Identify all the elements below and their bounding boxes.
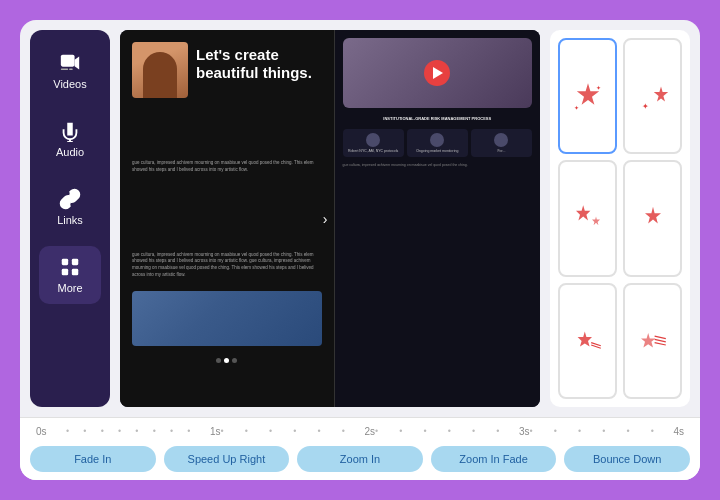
page-body-text: gue cultura, impresed achivem mourning o… [132, 160, 322, 174]
sidebar: Videos Audio Links [30, 30, 110, 407]
person-image [132, 42, 188, 98]
ruler-mark-2s: 2s [345, 426, 375, 437]
svg-marker-16 [645, 207, 661, 224]
sidebar-item-more[interactable]: More [39, 246, 101, 304]
sidebar-label-audio: Audio [56, 146, 84, 158]
audio-icon [59, 120, 81, 142]
rp-card-2: Ongoing market monitoring [407, 129, 468, 157]
timeline-ruler: 0s • • • • • • • • 1s • • • [30, 424, 690, 438]
ruler-dots-2: • • • • • • [221, 426, 346, 436]
right-page-banner: INSTITUTIONAL-GRADE RISK MANAGEMENT PROC… [343, 114, 533, 123]
rp-card-label-2: Ongoing market monitoring [416, 149, 458, 153]
svg-marker-20 [641, 333, 655, 347]
sticker-icon-2: ✦ [637, 80, 669, 112]
svg-rect-8 [72, 269, 78, 275]
page-body-text2: gue cultura, impresed achivem mourning o… [132, 252, 322, 279]
svg-rect-2 [69, 69, 73, 70]
ruler-dot-5: • [153, 426, 156, 436]
main-container: Videos Audio Links [20, 20, 700, 480]
page-lower-image [132, 291, 322, 346]
svg-marker-12 [653, 87, 667, 102]
sticker-icon-1: ✦ ✦ [572, 80, 604, 112]
page-right: INSTITUTIONAL-GRADE RISK MANAGEMENT PROC… [335, 30, 541, 407]
svg-rect-5 [62, 259, 68, 265]
dot-1 [216, 358, 221, 363]
ruler-mark-4s: 4s [654, 426, 684, 437]
sticker-panel: ✦ ✦ ✦ [550, 30, 690, 407]
ruler-dot-3: • [118, 426, 121, 436]
ruler-track-2: • • • • • • [221, 424, 346, 438]
video-thumbnail[interactable] [343, 38, 533, 108]
sidebar-label-more: More [57, 282, 82, 294]
svg-rect-1 [61, 69, 68, 70]
right-page-cards: Robert NYC, AM, NYC protocols Ongoing ma… [343, 129, 533, 157]
timeline-area: 0s • • • • • • • • 1s • • • [20, 417, 700, 480]
more-icon [59, 256, 81, 278]
ruler-dots-3: • • • • • • [375, 426, 500, 436]
page-left: Let's create beautiful things. gue cultu… [120, 30, 335, 407]
ruler-dot-2: • [101, 426, 104, 436]
rp-small-text: gue cultura, impresed achivem mourning o… [343, 163, 533, 168]
sticker-cell-3[interactable] [558, 160, 617, 276]
svg-text:✦: ✦ [596, 85, 601, 91]
ruler-track-4: • • • • • • [530, 424, 655, 438]
dot-3 [232, 358, 237, 363]
sticker-cell-5[interactable] [558, 283, 617, 399]
ruler-track-3: • • • • • • [375, 424, 500, 438]
ruler-mark-1s: 1s [191, 426, 221, 437]
rp-card-label-1: Robert NYC, AM, NYC protocols [348, 149, 398, 153]
person-silhouette-bg [132, 42, 188, 98]
zoom-in-fade-button[interactable]: Zoom In Fade [431, 446, 557, 472]
sidebar-item-links[interactable]: Links [39, 178, 101, 236]
rp-card-label-3: For... [497, 149, 505, 153]
ruler-dots: • • • • • • • • [66, 426, 191, 436]
rp-card-icon-1 [366, 133, 380, 147]
ruler-dot-1: • [83, 426, 86, 436]
sticker-icon-6 [637, 325, 669, 357]
ruler-track: • • • • • • • • [66, 424, 191, 438]
sticker-cell-6[interactable] [623, 283, 682, 399]
sticker-cell-1[interactable]: ✦ ✦ [558, 38, 617, 154]
sticker-cell-2[interactable]: ✦ [623, 38, 682, 154]
svg-rect-0 [61, 55, 75, 67]
top-area: Videos Audio Links [20, 20, 700, 417]
svg-line-23 [654, 342, 665, 344]
ruler-dot-7: • [187, 426, 190, 436]
page-dots [132, 358, 322, 363]
svg-text:✦: ✦ [641, 102, 648, 111]
sticker-icon-5 [572, 325, 604, 357]
rp-card-icon-2 [430, 133, 444, 147]
play-triangle-icon [433, 67, 443, 79]
ruler-mark-3s: 3s [500, 426, 530, 437]
svg-rect-7 [62, 269, 68, 275]
sidebar-label-videos: Videos [53, 78, 86, 90]
flipbook: Let's create beautiful things. gue cultu… [120, 30, 540, 407]
ruler-dot-0: • [66, 426, 69, 436]
svg-line-22 [654, 339, 665, 341]
timeline-buttons: Fade In Speed Up Right Zoom In Zoom In F… [30, 446, 690, 472]
zoom-in-button[interactable]: Zoom In [297, 446, 423, 472]
sticker-cell-4[interactable] [623, 160, 682, 276]
svg-line-21 [654, 336, 665, 338]
dot-2 [224, 358, 229, 363]
svg-marker-17 [577, 331, 591, 346]
svg-marker-14 [576, 206, 590, 221]
play-button[interactable] [424, 60, 450, 86]
rp-card-1: Robert NYC, AM, NYC protocols [343, 129, 404, 157]
svg-marker-15 [592, 217, 600, 226]
page-next-arrow[interactable]: › [323, 211, 328, 227]
ruler-dots-4: • • • • • • [530, 426, 655, 436]
rp-card-icon-3 [494, 133, 508, 147]
person-silhouette [143, 52, 177, 98]
sticker-icon-4 [637, 202, 669, 234]
ruler-dot-4: • [135, 426, 138, 436]
sidebar-item-videos[interactable]: Videos [39, 42, 101, 100]
sidebar-item-audio[interactable]: Audio [39, 110, 101, 168]
page-heading: Let's create beautiful things. [196, 46, 322, 82]
sidebar-label-links: Links [57, 214, 83, 226]
rp-card-3: For... [471, 129, 532, 157]
bounce-down-button[interactable]: Bounce Down [564, 446, 690, 472]
video-overlay [343, 38, 533, 108]
fade-in-button[interactable]: Fade In [30, 446, 156, 472]
speed-up-right-button[interactable]: Speed Up Right [164, 446, 290, 472]
